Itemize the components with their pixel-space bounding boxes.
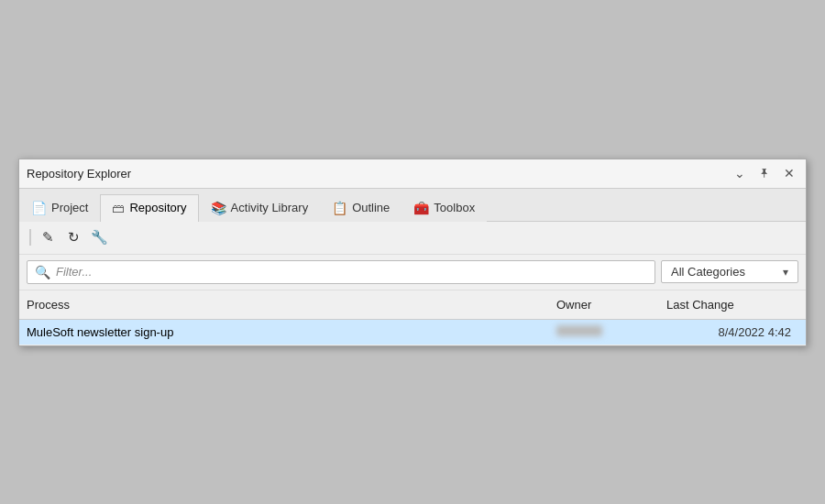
tab-bar: 📄 Project 🗃 Repository 📚 Activity Librar…	[19, 189, 806, 222]
tab-outline[interactable]: 📋 Outline	[320, 194, 402, 222]
table-body: MuleSoft newsletter sign-up 8/4/2022 4:4…	[19, 320, 806, 345]
row-process: MuleSoft newsletter sign-up	[19, 320, 549, 345]
category-label: All Categories	[671, 265, 745, 279]
filter-input-wrapper: 🔍	[27, 260, 655, 284]
toolbar-separator	[29, 229, 31, 246]
row-owner	[549, 320, 659, 345]
tab-project-label: Project	[51, 201, 88, 214]
toolbox-tab-icon: 🧰	[413, 201, 429, 215]
owner-value-blurred	[556, 325, 602, 336]
filter-row: 🔍 All Categories ▾	[19, 255, 806, 290]
settings-button[interactable]: 🔧	[87, 225, 111, 249]
column-process: Process	[19, 294, 549, 315]
tab-activity-library[interactable]: 📚 Activity Library	[199, 194, 321, 222]
activity-library-tab-icon: 📚	[211, 201, 226, 215]
repository-explorer-window: Repository Explorer ⌄ 🖈 ✕ 📄 Project 🗃 Re…	[18, 159, 807, 346]
tab-activity-library-label: Activity Library	[231, 201, 309, 214]
row-last-change: 8/4/2022 4:42	[659, 320, 806, 345]
outline-tab-icon: 📋	[332, 201, 347, 215]
tab-project[interactable]: 📄 Project	[19, 194, 100, 222]
pin-button[interactable]: 🖈	[754, 164, 775, 182]
tab-toolbox[interactable]: 🧰 Toolbox	[402, 194, 487, 222]
title-bar: Repository Explorer ⌄ 🖈 ✕	[19, 159, 806, 189]
window-title: Repository Explorer	[27, 167, 131, 181]
filter-input[interactable]	[56, 265, 647, 279]
tab-outline-label: Outline	[352, 201, 390, 214]
toolbar: ✎ ↻ 🔧	[19, 222, 806, 255]
search-icon: 🔍	[35, 265, 50, 279]
tab-toolbox-label: Toolbox	[434, 201, 475, 214]
column-owner: Owner	[549, 294, 659, 315]
refresh-button[interactable]: ↻	[61, 225, 85, 249]
repository-tab-icon: 🗃	[112, 201, 125, 215]
table-header: Process Owner Last Change	[19, 290, 806, 320]
category-dropdown[interactable]: All Categories ▾	[661, 260, 798, 283]
chevron-down-icon: ▾	[783, 266, 788, 279]
project-tab-icon: 📄	[31, 201, 47, 215]
tab-repository[interactable]: 🗃 Repository	[100, 194, 198, 222]
tab-repository-label: Repository	[129, 201, 186, 214]
table-row[interactable]: MuleSoft newsletter sign-up 8/4/2022 4:4…	[19, 320, 806, 345]
column-last-change: Last Change	[659, 294, 806, 315]
close-button[interactable]: ✕	[780, 164, 798, 182]
minimize-button[interactable]: ⌄	[731, 164, 749, 182]
edit-button[interactable]: ✎	[36, 225, 60, 249]
window-controls: ⌄ 🖈 ✕	[731, 164, 798, 182]
